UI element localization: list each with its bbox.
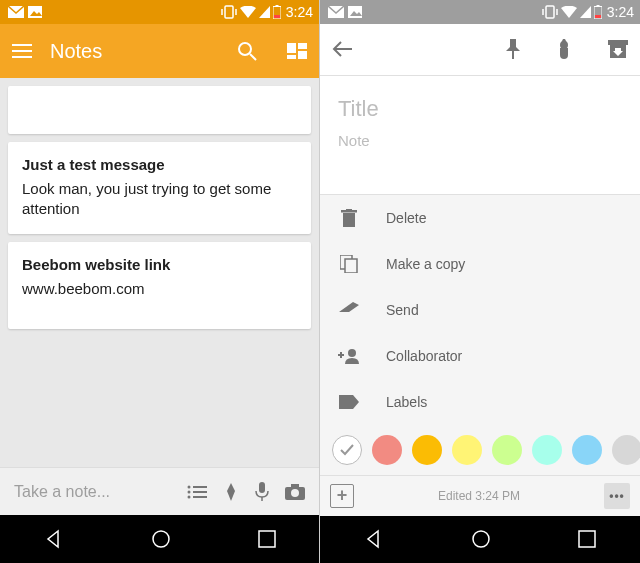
svg-rect-43 xyxy=(343,213,355,227)
hamburger-icon[interactable] xyxy=(12,44,32,58)
list-icon[interactable] xyxy=(187,485,207,499)
status-time: 3:24 xyxy=(607,4,634,20)
label-icon xyxy=(338,395,360,409)
svg-point-21 xyxy=(188,495,191,498)
svg-rect-15 xyxy=(298,51,307,59)
editor-bottom-bar: + Edited 3:24 PM ••• xyxy=(320,475,640,516)
signal-icon xyxy=(580,6,591,18)
battery-icon xyxy=(594,5,602,19)
svg-rect-6 xyxy=(275,5,278,7)
menu-collaborator[interactable]: Collaborator xyxy=(320,333,640,379)
svg-rect-47 xyxy=(345,259,357,273)
menu-copy[interactable]: Make a copy xyxy=(320,241,640,287)
recent-nav-icon[interactable] xyxy=(578,530,596,548)
note-body: Look man, you just trying to get some at… xyxy=(22,179,297,220)
app-bar: Notes xyxy=(0,24,319,78)
color-swatch[interactable] xyxy=(532,435,562,465)
app-title: Notes xyxy=(50,40,219,63)
note-card[interactable] xyxy=(8,86,311,134)
wifi-icon xyxy=(240,6,256,18)
svg-rect-7 xyxy=(274,15,280,18)
android-nav-bar xyxy=(0,515,319,563)
home-nav-icon[interactable] xyxy=(471,529,491,549)
mail-icon xyxy=(8,6,24,18)
svg-point-27 xyxy=(291,489,299,497)
mic-icon[interactable] xyxy=(255,482,269,502)
svg-point-51 xyxy=(473,531,489,547)
svg-rect-29 xyxy=(259,531,275,547)
add-person-icon xyxy=(338,348,360,364)
svg-rect-52 xyxy=(579,531,595,547)
svg-rect-37 xyxy=(595,15,601,18)
color-swatch[interactable] xyxy=(452,435,482,465)
home-nav-icon[interactable] xyxy=(151,529,171,549)
menu-label: Make a copy xyxy=(386,256,465,272)
color-picker xyxy=(320,425,640,474)
svg-point-48 xyxy=(348,349,356,357)
svg-point-19 xyxy=(188,490,191,493)
status-time: 3:24 xyxy=(286,4,313,20)
svg-rect-36 xyxy=(596,5,599,7)
app-bar xyxy=(320,24,640,77)
action-menu: Delete Make a copy Send Collaborator Lab… xyxy=(320,194,640,425)
note-editor[interactable]: Title Note xyxy=(320,76,640,194)
search-icon[interactable] xyxy=(237,41,257,61)
color-swatch[interactable] xyxy=(372,435,402,465)
new-note-bar[interactable]: Take a note... xyxy=(0,467,319,515)
color-swatch[interactable] xyxy=(612,435,640,465)
svg-rect-45 xyxy=(346,209,352,211)
color-white[interactable] xyxy=(332,435,362,465)
note-card[interactable]: Just a test message Look man, you just t… xyxy=(8,142,311,234)
archive-icon[interactable] xyxy=(608,40,628,58)
recent-nav-icon[interactable] xyxy=(258,530,276,548)
svg-point-17 xyxy=(188,485,191,488)
note-body: www.beebom.com xyxy=(22,279,297,299)
status-bar: 3:24 xyxy=(0,0,319,24)
title-input[interactable]: Title xyxy=(338,96,622,122)
note-card[interactable]: Beebom website link www.beebom.com xyxy=(8,242,311,329)
pen-icon[interactable] xyxy=(223,483,239,501)
svg-point-28 xyxy=(153,531,169,547)
view-toggle-icon[interactable] xyxy=(287,43,307,59)
pin-icon[interactable] xyxy=(506,39,520,59)
note-title: Beebom website link xyxy=(22,256,297,273)
note-edit-screen: 3:24 Title Note Delete Make a copy Send … xyxy=(320,0,640,563)
back-arrow-icon[interactable] xyxy=(332,41,352,57)
photos-icon xyxy=(28,6,42,18)
add-button[interactable]: + xyxy=(330,484,354,508)
back-nav-icon[interactable] xyxy=(364,529,384,549)
menu-label: Delete xyxy=(386,210,426,226)
edited-timestamp: Edited 3:24 PM xyxy=(364,489,594,503)
trash-icon xyxy=(338,209,360,227)
camera-icon[interactable] xyxy=(285,484,305,500)
back-nav-icon[interactable] xyxy=(44,529,64,549)
vibrate-icon xyxy=(542,5,558,19)
menu-send[interactable]: Send xyxy=(320,287,640,333)
signal-icon xyxy=(259,6,270,18)
body-input[interactable]: Note xyxy=(338,132,622,149)
menu-delete[interactable]: Delete xyxy=(320,195,640,241)
svg-rect-26 xyxy=(291,484,299,488)
note-title: Just a test message xyxy=(22,156,297,173)
menu-labels[interactable]: Labels xyxy=(320,379,640,425)
menu-label: Labels xyxy=(386,394,427,410)
wifi-icon xyxy=(561,6,577,18)
color-swatch[interactable] xyxy=(492,435,522,465)
mail-icon xyxy=(328,6,344,18)
color-swatch[interactable] xyxy=(572,435,602,465)
more-button[interactable]: ••• xyxy=(604,483,630,509)
svg-rect-14 xyxy=(298,43,307,49)
svg-rect-32 xyxy=(546,6,554,18)
status-bar: 3:24 xyxy=(320,0,640,24)
menu-label: Send xyxy=(386,302,419,318)
svg-rect-23 xyxy=(259,482,265,493)
photos-icon xyxy=(348,6,362,18)
color-swatch[interactable] xyxy=(412,435,442,465)
copy-icon xyxy=(338,255,360,273)
svg-point-11 xyxy=(239,43,251,55)
svg-rect-2 xyxy=(225,6,233,18)
new-note-placeholder: Take a note... xyxy=(14,483,171,501)
reminder-icon[interactable] xyxy=(554,39,574,59)
svg-rect-41 xyxy=(608,40,628,45)
battery-icon xyxy=(273,5,281,19)
